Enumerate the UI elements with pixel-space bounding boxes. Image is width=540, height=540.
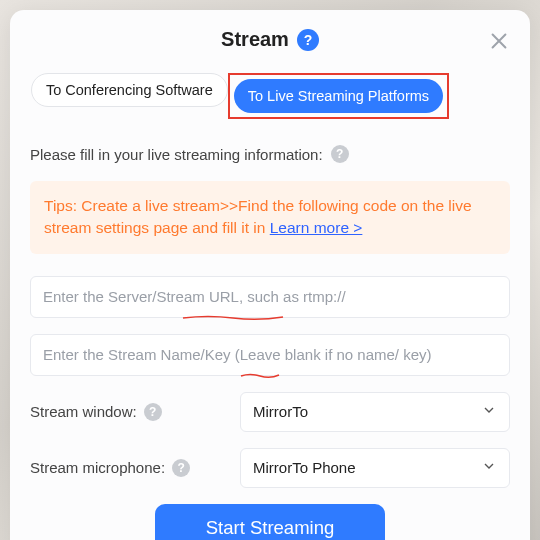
server-url-input[interactable] bbox=[43, 288, 497, 305]
tab-conferencing[interactable]: To Conferencing Software bbox=[31, 73, 228, 107]
tab-group: To Conferencing Software To Live Streami… bbox=[30, 73, 510, 119]
chevron-down-icon bbox=[481, 402, 497, 421]
tips-text: Tips: Create a live stream>>Find the fol… bbox=[44, 197, 472, 236]
help-icon[interactable]: ? bbox=[172, 459, 190, 477]
help-icon[interactable]: ? bbox=[297, 29, 319, 51]
tab-live-platforms[interactable]: To Live Streaming Platforms bbox=[234, 79, 443, 113]
stream-modal: Stream ? To Conferencing Software To Liv… bbox=[10, 10, 530, 540]
instruction-text: Please fill in your live streaming infor… bbox=[30, 146, 323, 163]
stream-key-field[interactable] bbox=[30, 334, 510, 376]
stream-window-value: MirrorTo bbox=[253, 403, 308, 420]
tips-banner: Tips: Create a live stream>>Find the fol… bbox=[30, 181, 510, 254]
close-icon bbox=[488, 30, 510, 52]
modal-header: Stream ? bbox=[30, 28, 510, 51]
stream-window-label: Stream window: bbox=[30, 403, 137, 420]
close-button[interactable] bbox=[488, 30, 510, 56]
server-url-field[interactable] bbox=[30, 276, 510, 318]
annotation-underline bbox=[241, 367, 279, 372]
highlight-box: To Live Streaming Platforms bbox=[228, 73, 449, 119]
stream-window-select[interactable]: MirrorTo bbox=[240, 392, 510, 432]
stream-mic-value: MirrorTo Phone bbox=[253, 459, 356, 476]
learn-more-link[interactable]: Learn more > bbox=[270, 219, 363, 236]
start-streaming-button[interactable]: Start Streaming bbox=[155, 504, 385, 540]
stream-mic-row: Stream microphone: ? MirrorTo Phone bbox=[30, 448, 510, 488]
instruction-row: Please fill in your live streaming infor… bbox=[30, 145, 510, 163]
stream-window-row: Stream window: ? MirrorTo bbox=[30, 392, 510, 432]
backdrop: Stream ? To Conferencing Software To Liv… bbox=[0, 0, 540, 540]
stream-mic-select[interactable]: MirrorTo Phone bbox=[240, 448, 510, 488]
help-icon[interactable]: ? bbox=[331, 145, 349, 163]
stream-key-input[interactable] bbox=[43, 346, 497, 363]
stream-mic-label: Stream microphone: bbox=[30, 459, 165, 476]
annotation-underline bbox=[183, 309, 283, 314]
chevron-down-icon bbox=[481, 458, 497, 477]
help-icon[interactable]: ? bbox=[144, 403, 162, 421]
modal-title: Stream bbox=[221, 28, 289, 51]
